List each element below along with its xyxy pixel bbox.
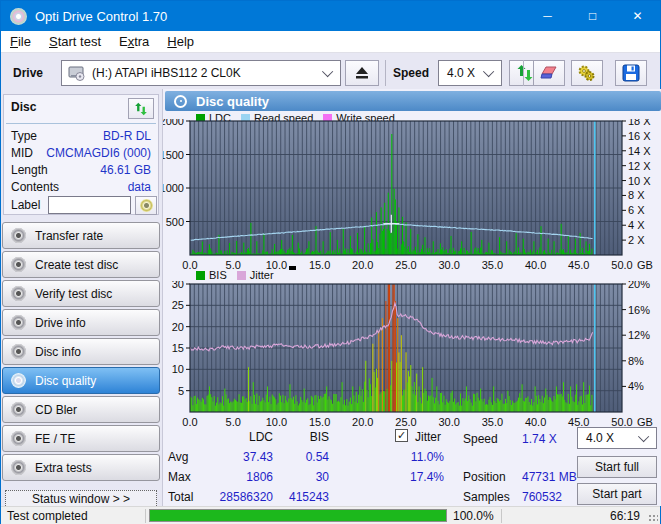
svg-text:25.0: 25.0	[395, 259, 416, 269]
close-button[interactable]: ✕	[615, 1, 660, 31]
eraser-icon	[539, 65, 559, 81]
sidebar-item-disc-quality[interactable]: Disc quality	[2, 367, 160, 394]
sidebar-item-verify-test-disc[interactable]: Verify test disc	[2, 280, 160, 307]
svg-text:25: 25	[172, 299, 184, 311]
sidebar-item-label: Disc quality	[35, 374, 96, 388]
jitter-checkbox[interactable]: ✓	[395, 429, 408, 442]
disc-icon	[11, 286, 26, 301]
menu-extra[interactable]: Extra	[110, 31, 158, 53]
total-ldc-value: 28586320	[208, 490, 273, 506]
disc-info-panel: Disc TypeBD-R DLMIDCMCMAGDI6 (000)Length…	[3, 94, 159, 215]
svg-text:20.0: 20.0	[352, 259, 373, 269]
sidebar-item-cd-bler[interactable]: CD Bler	[2, 396, 160, 423]
legend-item: Jitter	[237, 269, 274, 281]
svg-text:6 X: 6 X	[628, 204, 645, 216]
sidebar-item-fe-te[interactable]: FE / TE	[2, 425, 160, 452]
save-button[interactable]	[615, 60, 647, 86]
menu-start-test[interactable]: Start test	[40, 31, 110, 53]
resize-grip[interactable]	[648, 514, 658, 523]
svg-text:40.0: 40.0	[525, 259, 546, 269]
svg-text:45.0: 45.0	[568, 259, 589, 269]
eject-button[interactable]	[345, 60, 379, 86]
sidebar-item-drive-info[interactable]: Drive info	[2, 309, 160, 336]
svg-text:10: 10	[172, 363, 184, 375]
speed-select-value: 4.0 X	[447, 66, 475, 80]
disc-icon	[11, 344, 26, 359]
sidebar-item-extra-tests[interactable]: Extra tests	[2, 454, 160, 481]
sidebar-item-label: Disc info	[35, 345, 81, 359]
field-value: BD-R DL	[103, 129, 151, 143]
disc-label-button[interactable]	[135, 196, 157, 215]
test-speed-select[interactable]: 4.0 X	[577, 427, 657, 449]
svg-text:1000: 1000	[163, 182, 184, 194]
svg-text:5.0: 5.0	[226, 259, 241, 269]
legend-item: BIS	[196, 269, 227, 281]
sidebar-item-transfer-rate[interactable]: Transfer rate	[2, 222, 160, 249]
chevron-down-icon	[483, 66, 494, 77]
sidebar-item-label: FE / TE	[35, 432, 75, 446]
legend-label: BIS	[209, 269, 227, 281]
svg-text:GB: GB	[637, 259, 653, 269]
disc-icon	[11, 373, 26, 388]
sidebar-item-create-test-disc[interactable]: Create test disc	[2, 251, 160, 278]
ldc-speed-chart: 5001000150020002 X4 X6 X8 X10 X12 X14 X1…	[163, 119, 661, 269]
svg-text:30: 30	[172, 281, 184, 290]
disc-quality-icon	[174, 95, 187, 108]
menu-file[interactable]: File	[1, 31, 40, 53]
minimize-button[interactable]: ─	[525, 1, 570, 31]
field-value: 46.61 GB	[100, 163, 151, 177]
svg-text:30.0: 30.0	[438, 416, 459, 428]
disc-field-type: TypeBD-R DL	[4, 129, 158, 144]
svg-text:18 X: 18 X	[628, 119, 651, 127]
progress-bar	[149, 509, 447, 522]
ldc-column-header: LDC	[208, 430, 273, 446]
settings-button[interactable]	[571, 60, 603, 86]
svg-text:25.0: 25.0	[395, 416, 416, 428]
maximize-button[interactable]: □	[570, 1, 615, 31]
svg-text:20: 20	[172, 321, 184, 333]
divider	[6, 123, 156, 124]
svg-text:4%: 4%	[628, 380, 644, 392]
position-stat-label: Position	[463, 470, 506, 486]
svg-text:30.0: 30.0	[438, 259, 459, 269]
max-bis-value: 30	[278, 470, 329, 486]
drive-icon	[67, 64, 87, 82]
disc-icon	[11, 228, 26, 243]
menu-help[interactable]: Help	[158, 31, 203, 53]
disc-icon	[11, 315, 26, 330]
speed-select[interactable]: 4.0 X	[438, 60, 502, 86]
label-input[interactable]	[48, 196, 131, 214]
start-full-button[interactable]: Start full	[577, 456, 657, 478]
chart2-legend: BISJitter	[196, 269, 274, 281]
eject-icon	[355, 67, 369, 79]
sidebar-item-label: Extra tests	[35, 461, 92, 475]
test-speed-select-value: 4.0 X	[586, 431, 614, 445]
start-part-button[interactable]: Start part	[577, 483, 657, 505]
disc-refresh-button[interactable]	[128, 98, 154, 119]
app-window: Opti Drive Control 1.70 ─ □ ✕ FileStart …	[0, 0, 661, 524]
total-row-label: Total	[168, 490, 193, 506]
elapsed-time: 66:19	[610, 509, 640, 523]
toolbar-separator	[523, 60, 524, 86]
status-bar: Test completed 100.0% 66:19	[1, 506, 660, 524]
gears-icon	[577, 63, 597, 83]
main-panel: Disc quality LDCRead speedWrite speed 50…	[162, 89, 661, 506]
status-text: Test completed	[7, 509, 88, 523]
avg-ldc-value: 37.43	[208, 450, 273, 466]
svg-text:10.0: 10.0	[266, 259, 287, 269]
sidebar-item-label: CD Bler	[35, 403, 77, 417]
cd-icon	[140, 199, 153, 212]
erase-button[interactable]	[533, 60, 565, 86]
sidebar-item-disc-info[interactable]: Disc info	[2, 338, 160, 365]
field-label: Length	[11, 163, 48, 177]
svg-text:500: 500	[166, 216, 184, 228]
drive-select[interactable]: (H:) ATAPI iHBS112 2 CL0K	[61, 60, 341, 86]
sidebar-item-label: Create test disc	[35, 258, 118, 272]
panel-title: Disc quality	[196, 94, 269, 109]
sidebar-item-label: Verify test disc	[35, 287, 112, 301]
jitter-checkbox-label: Jitter	[415, 430, 441, 446]
svg-text:16 X: 16 X	[628, 130, 651, 142]
window-title: Opti Drive Control 1.70	[35, 9, 167, 24]
svg-text:5.0: 5.0	[226, 416, 241, 428]
speed-stat-value: 1.74 X	[522, 432, 557, 448]
